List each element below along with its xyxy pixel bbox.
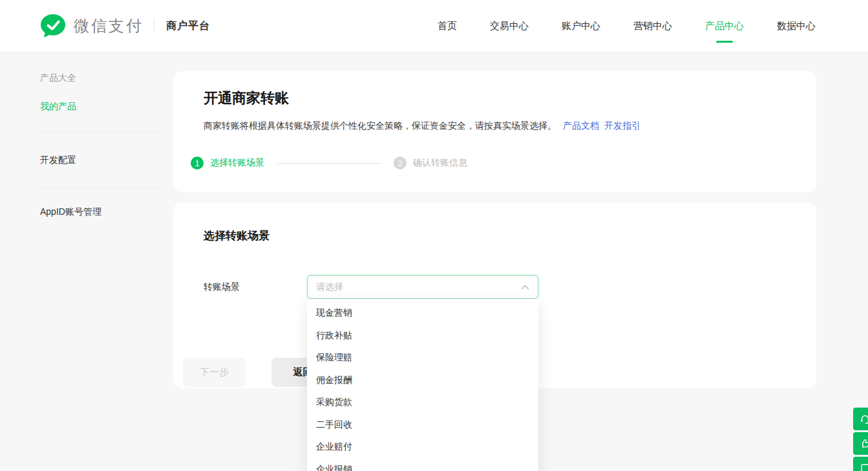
back-top-button[interactable]: [853, 457, 868, 471]
main-nav: 首页 交易中心 账户中心 营销中心 产品中心 数据中心: [438, 16, 816, 36]
header-divider: [154, 19, 154, 33]
nav-item-product-center[interactable]: 产品中心: [705, 16, 744, 36]
transfer-scene-dropdown: 现金营销 行政补贴 保险理赔 佣金报酬 采购货款 二手回收 企业赔付 企业报销: [307, 299, 538, 471]
nav-item-account-center[interactable]: 账户中心: [562, 16, 600, 36]
dev-guide-link[interactable]: 开发指引: [604, 120, 640, 131]
logo-text: 微信支付: [74, 16, 143, 36]
dropdown-option-insurance-claim[interactable]: 保险理赔: [307, 347, 538, 369]
nav-item-marketing-center[interactable]: 营销中心: [633, 16, 672, 36]
wechat-pay-logo-icon: [40, 14, 66, 38]
nav-item-data-center[interactable]: 数据中心: [777, 16, 816, 36]
back-top-icon: [860, 463, 868, 471]
sidebar-item-my-products[interactable]: 我的产品: [40, 101, 162, 111]
step-connector-line: [277, 163, 381, 164]
transfer-scene-select[interactable]: 请选择: [307, 275, 538, 299]
sidebar-item-appid-management[interactable]: AppID账号管理: [40, 206, 162, 217]
next-step-button[interactable]: 下一步: [183, 358, 246, 387]
dropdown-option-commission[interactable]: 佣金报酬: [307, 369, 538, 392]
step-2-label: 确认转账信息: [413, 157, 467, 169]
feedback-button[interactable]: [853, 432, 868, 455]
section-heading: 选择转账场景: [204, 228, 786, 243]
product-doc-link[interactable]: 产品文档: [563, 120, 599, 131]
description-text: 商家转账将根据具体转账场景提供个性化安全策略，保证资金安全，请按真实场景选择。: [204, 120, 556, 131]
top-header: 微信支付 商户平台 首页 交易中心 账户中心 营销中心 产品中心 数据中心: [0, 0, 868, 52]
step-1-circle: 1: [191, 157, 204, 170]
dropdown-option-enterprise-compensation[interactable]: 企业赔付: [307, 436, 538, 459]
transfer-scene-label: 转账场景: [204, 281, 307, 293]
customer-service-button[interactable]: [853, 408, 868, 430]
nav-item-home[interactable]: 首页: [438, 16, 457, 36]
dropdown-option-enterprise-reimbursement[interactable]: 企业报销: [307, 459, 538, 471]
transfer-scene-field-row: 转账场景 请选择: [204, 275, 786, 299]
customer-service-icon: [860, 413, 868, 424]
wechat-pay-logo[interactable]: 微信支付: [40, 14, 143, 38]
dropdown-option-cash-marketing[interactable]: 现金营销: [307, 302, 538, 325]
floating-toolbar: [853, 408, 868, 471]
step-1-label: 选择转账场景: [210, 157, 264, 169]
dropdown-option-admin-subsidy[interactable]: 行政补贴: [307, 325, 538, 347]
sidebar-divider: [40, 132, 162, 133]
page-description: 商家转账将根据具体转账场景提供个性化安全策略，保证资金安全，请按真实场景选择。产…: [204, 119, 786, 132]
select-placeholder: 请选择: [316, 281, 521, 293]
chevron-up-icon: [521, 285, 529, 290]
intro-card: 开通商家转账 商家转账将根据具体转账场景提供个性化安全策略，保证资金安全，请按真…: [173, 71, 816, 192]
platform-name: 商户平台: [166, 19, 210, 33]
sidebar-item-product-catalog[interactable]: 产品大全: [40, 72, 162, 83]
sidebar: 产品大全 我的产品 开发配置 AppID账号管理: [40, 72, 162, 217]
dropdown-option-secondhand-recycle[interactable]: 二手回收: [307, 414, 538, 437]
feedback-icon: [860, 438, 868, 449]
step-indicator: 1 选择转账场景 2 确认转账信息: [191, 157, 786, 170]
sidebar-divider: [40, 187, 162, 188]
page-title: 开通商家转账: [204, 89, 786, 108]
step-2-circle: 2: [394, 157, 407, 170]
nav-item-transaction-center[interactable]: 交易中心: [490, 16, 529, 36]
sidebar-item-dev-config[interactable]: 开发配置: [40, 155, 162, 165]
dropdown-option-procurement-payment[interactable]: 采购货款: [307, 391, 538, 414]
